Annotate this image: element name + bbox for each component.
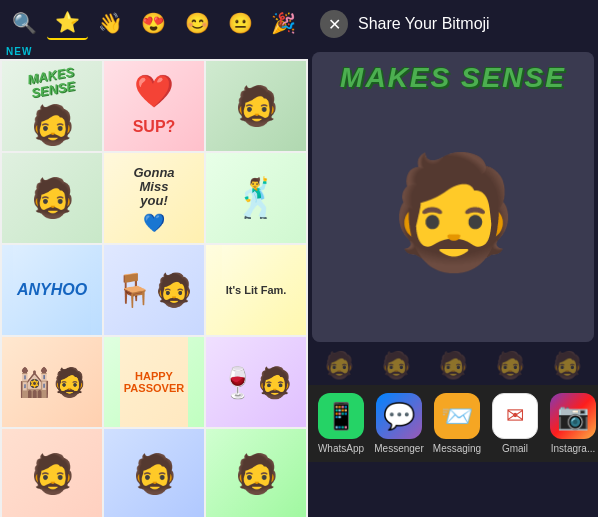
gonna-miss-label: GonnaMissyou! bbox=[129, 162, 178, 213]
sticker-grid: MAKES SENSE 🧔 ❤️ SUP? 🧔 🧔 GonnaMissyou! bbox=[0, 59, 308, 517]
whatsapp-icon-glyph: 📱 bbox=[325, 401, 357, 432]
new-label: NEW bbox=[0, 44, 308, 59]
gmail-icon-glyph: ✉ bbox=[506, 403, 524, 429]
whatsapp-icon: 📱 bbox=[318, 393, 364, 439]
share-gmail[interactable]: ✉ Gmail bbox=[486, 393, 544, 454]
hand-tab[interactable]: 👋 bbox=[90, 7, 131, 39]
share-messaging[interactable]: 📨 Messaging bbox=[428, 393, 486, 454]
tab-bar: 🔍 ⭐ 👋 😍 😊 😐 🎉 bbox=[0, 0, 308, 44]
its-lit-label: It's Lit Fam. bbox=[222, 280, 291, 300]
star-tab[interactable]: ⭐ bbox=[47, 6, 88, 40]
passover-label: HAPPYPASSOVER bbox=[120, 366, 188, 398]
share-apps-row: 📱 WhatsApp 💬 Messenger 📨 Messaging ✉ Gma… bbox=[308, 385, 598, 462]
whatsapp-label: WhatsApp bbox=[318, 443, 364, 454]
sticker-wine[interactable]: 🍷🧔 bbox=[206, 337, 306, 427]
messenger-label: Messenger bbox=[374, 443, 423, 454]
close-button[interactable]: ✕ bbox=[320, 10, 348, 38]
share-header: ✕ Share Your Bitmoji bbox=[308, 0, 598, 48]
neutral-tab[interactable]: 😐 bbox=[220, 7, 261, 39]
preview-avatar: 🧔 bbox=[385, 148, 522, 277]
sticker-unknown2[interactable]: 🧔 bbox=[104, 429, 204, 517]
search-tab[interactable]: 🔍 bbox=[4, 7, 45, 39]
preview-area: MAKES SENSE 🧔 bbox=[312, 52, 594, 342]
messaging-icon: 📨 bbox=[434, 393, 480, 439]
messaging-icon-glyph: 📨 bbox=[441, 401, 473, 432]
messenger-icon: 💬 bbox=[376, 393, 422, 439]
instagram-label: Instagra... bbox=[551, 443, 595, 454]
sup-label: SUP? bbox=[129, 114, 180, 140]
anyhoo-label: ANYHOO bbox=[13, 277, 91, 303]
strip-avatar-4: 🧔 bbox=[494, 350, 526, 381]
sticker-jump[interactable]: 🧔 bbox=[206, 61, 306, 151]
messaging-label: Messaging bbox=[433, 443, 481, 454]
strip-avatar-2: 🧔 bbox=[380, 350, 412, 381]
messenger-icon-glyph: 💬 bbox=[383, 401, 415, 432]
left-panel: 🔍 ⭐ 👋 😍 😊 😐 🎉 NEW MAKES SENSE 🧔 ❤️ SUP? … bbox=[0, 0, 308, 517]
sticker-unknown1[interactable]: 🧔 bbox=[2, 429, 102, 517]
share-instagram[interactable]: 📷 Instagra... bbox=[544, 393, 598, 454]
instagram-icon: 📷 bbox=[550, 393, 596, 439]
sticker-its-lit[interactable]: It's Lit Fam. bbox=[206, 245, 306, 335]
sticker-happy-passover-scene[interactable]: 🕍🧔 bbox=[2, 337, 102, 427]
close-icon: ✕ bbox=[328, 15, 341, 34]
sticker-chair[interactable]: 🪑🧔 bbox=[104, 245, 204, 335]
right-panel: ✕ Share Your Bitmoji MAKES SENSE 🧔 🧔 🧔 🧔… bbox=[308, 0, 598, 517]
sticker-cool[interactable]: 🧔 bbox=[2, 153, 102, 243]
strip-avatar-3: 🧔 bbox=[437, 350, 469, 381]
sticker-anyhoo[interactable]: ANYHOO bbox=[2, 245, 102, 335]
preview-sticker: MAKES SENSE 🧔 bbox=[312, 52, 594, 342]
sticker-makes-sense[interactable]: MAKES SENSE 🧔 bbox=[2, 61, 102, 151]
heart-eyes-tab[interactable]: 😍 bbox=[133, 7, 174, 39]
share-messenger[interactable]: 💬 Messenger bbox=[370, 393, 428, 454]
gmail-icon: ✉ bbox=[492, 393, 538, 439]
strip-avatar-1: 🧔 bbox=[323, 350, 355, 381]
share-whatsapp[interactable]: 📱 WhatsApp bbox=[312, 393, 370, 454]
strip-avatar-5: 🧔 bbox=[551, 350, 583, 381]
gmail-label: Gmail bbox=[502, 443, 528, 454]
party-tab[interactable]: 🎉 bbox=[263, 7, 304, 39]
instagram-icon-glyph: 📷 bbox=[557, 401, 589, 432]
share-title: Share Your Bitmoji bbox=[358, 15, 490, 33]
sticker-dance[interactable]: 🕺 bbox=[206, 153, 306, 243]
sticker-passover[interactable]: HAPPYPASSOVER bbox=[104, 337, 204, 427]
preview-makes-sense-text: MAKES SENSE bbox=[340, 62, 566, 94]
sticker-unknown3[interactable]: 🧔 bbox=[206, 429, 306, 517]
sticker-sup[interactable]: ❤️ SUP? bbox=[104, 61, 204, 151]
sticker-gonna-miss[interactable]: GonnaMissyou! 💙 bbox=[104, 153, 204, 243]
sticker-strip: 🧔 🧔 🧔 🧔 🧔 bbox=[308, 346, 598, 385]
smile-tab[interactable]: 😊 bbox=[177, 7, 218, 39]
